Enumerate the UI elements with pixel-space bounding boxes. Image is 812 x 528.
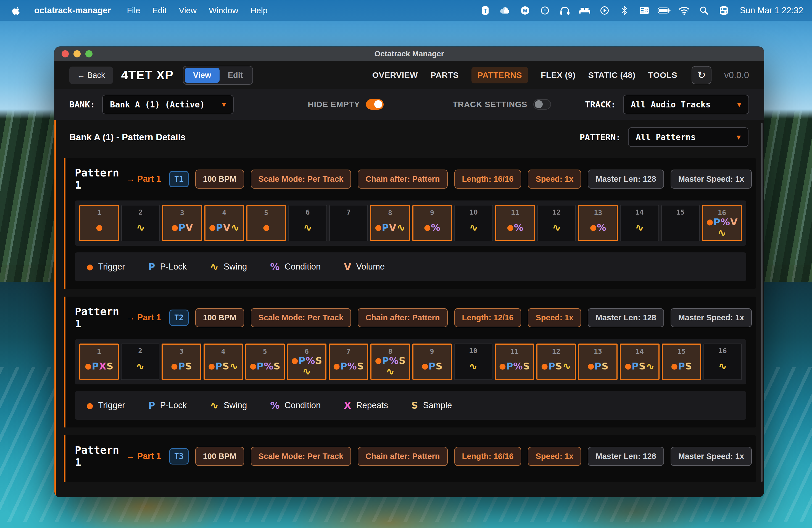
minimize-button[interactable] xyxy=(73,50,81,57)
window-titlebar[interactable]: Octatrack Manager xyxy=(54,47,764,61)
battery-icon[interactable] xyxy=(656,4,672,17)
step-markers: ●P%S∿ xyxy=(372,355,409,379)
dot-marker-icon: ● xyxy=(375,357,381,365)
scrollbar-thumb[interactable] xyxy=(761,123,763,482)
badge-chain-after: Chain after: Pattern xyxy=(358,447,447,466)
pattern-card-header: Pattern 1→ Part 1T3100 BPMScale Mode: Pe… xyxy=(66,435,756,474)
track-settings-toggle[interactable] xyxy=(533,99,551,109)
apple-logo-icon[interactable] xyxy=(9,4,24,17)
zoom-button[interactable] xyxy=(85,50,92,57)
menu-item-app-name[interactable]: octatrack-manager xyxy=(28,5,117,15)
P-marker-icon: P xyxy=(148,261,155,272)
bluetooth-icon[interactable] xyxy=(617,4,632,17)
swing-marker-icon: ∿ xyxy=(469,361,478,371)
badge-speed: Speed: 1x xyxy=(528,170,581,189)
step-cell-16: 16●P%V∿ xyxy=(702,205,742,241)
pct-marker-icon: % xyxy=(597,223,606,232)
step-markers: ●P%V∿ xyxy=(703,217,741,240)
legend-item-swing: ∿Swing xyxy=(210,399,247,411)
menu-item-file[interactable]: File xyxy=(121,6,146,15)
V-marker-icon: V xyxy=(730,218,737,226)
headphones-icon[interactable] xyxy=(557,4,572,17)
step-cell-7: 7 xyxy=(329,205,368,241)
menu-item-edit[interactable]: Edit xyxy=(146,6,173,15)
S-marker-icon: S xyxy=(436,362,443,371)
pct-marker-icon: % xyxy=(513,362,523,371)
svg-text:T: T xyxy=(483,8,487,14)
edit-mode-button[interactable]: Edit xyxy=(220,68,251,83)
pattern-dropdown[interactable]: All Patterns ▼ xyxy=(628,127,749,147)
hide-empty-toggle[interactable] xyxy=(366,99,383,109)
S-marker-icon: S xyxy=(555,362,562,371)
menu-item-help[interactable]: Help xyxy=(244,6,274,15)
time-machine-icon[interactable]: ! xyxy=(537,4,553,17)
swing-marker-icon: ∿ xyxy=(303,223,312,233)
step-cell-8: 8●PV∿ xyxy=(370,205,410,241)
step-markers: ●PXS xyxy=(84,355,114,379)
tab-parts[interactable]: PARTS xyxy=(431,70,459,80)
menu-items: FileEditViewWindowHelp xyxy=(121,6,273,15)
back-button[interactable]: ← Back xyxy=(69,67,113,84)
step-cell-14: 14∿ xyxy=(620,205,659,241)
section-header: Bank A (1) - Pattern Details PATTERN: Al… xyxy=(54,122,764,150)
step-cell-3: 3●PS xyxy=(162,343,201,380)
pattern-part-link[interactable]: → Part 1 xyxy=(126,312,161,323)
step-markers: ●PV xyxy=(170,217,194,240)
pattern-label: PATTERN: xyxy=(580,132,621,142)
menu-item-view[interactable]: View xyxy=(173,6,202,15)
tab-tools[interactable]: TOOLS xyxy=(648,70,677,80)
pattern-part-link[interactable]: → Part 1 xyxy=(126,451,161,461)
toggle-knob xyxy=(535,100,543,108)
step-markers: ●PS∿ xyxy=(540,355,572,379)
tab-static-48[interactable]: STATIC (48) xyxy=(588,70,636,80)
step-cell-13: 13●% xyxy=(578,205,618,241)
badge-length: Length: 12/16 xyxy=(454,308,521,327)
bank-dropdown[interactable]: Bank A (1) (Active) ▼ xyxy=(102,95,234,114)
tab-overview[interactable]: OVERVIEW xyxy=(372,70,418,80)
P-marker-icon: P xyxy=(678,362,685,371)
tab-patterns[interactable]: PATTERNS xyxy=(472,67,528,84)
step-number: 16 xyxy=(718,209,726,217)
refresh-button[interactable]: ↻ xyxy=(692,66,711,84)
t-app-icon[interactable]: T xyxy=(478,4,493,17)
m-app-icon[interactable]: M xyxy=(517,4,533,17)
S-marker-icon: S xyxy=(601,362,608,371)
step-number: 4 xyxy=(222,209,226,217)
wifi-icon[interactable] xyxy=(677,4,692,17)
menu-item-window[interactable]: Window xyxy=(203,6,244,15)
step-number: 16 xyxy=(719,347,727,355)
cloud-icon[interactable] xyxy=(497,4,513,17)
close-button[interactable] xyxy=(62,50,69,57)
keyboard-shortcuts-icon[interactable]: ⌘ xyxy=(637,4,652,17)
legend-item-p-lock: PP-Lock xyxy=(148,400,186,411)
legend-item-repeats: XRepeats xyxy=(344,400,388,411)
badge-chain-after: Chain after: Pattern xyxy=(358,308,447,327)
step-cell-1: 1● xyxy=(79,205,119,241)
step-markers: ●% xyxy=(589,217,608,240)
control-center-icon[interactable] xyxy=(716,4,731,17)
P-marker-icon: P xyxy=(216,223,223,232)
V-marker-icon: V xyxy=(344,261,351,272)
step-cell-2: 2∿ xyxy=(121,205,160,241)
spotlight-icon[interactable] xyxy=(696,4,712,17)
step-number: 10 xyxy=(469,208,478,216)
step-number: 10 xyxy=(469,347,477,355)
P-marker-icon: P xyxy=(506,362,513,371)
pattern-part-link[interactable]: → Part 1 xyxy=(126,174,161,184)
legend-item-sample: SSample xyxy=(411,400,452,411)
track-dropdown[interactable]: All Audio Tracks ▼ xyxy=(623,95,749,114)
legend-label: Swing xyxy=(224,400,247,410)
step-number: 4 xyxy=(221,348,226,355)
step-markers: ●PS xyxy=(420,355,444,379)
P-marker-icon: P xyxy=(178,223,185,232)
bed-icon[interactable] xyxy=(577,4,592,17)
step-number: 9 xyxy=(430,209,434,217)
tab-flex-9[interactable]: FLEX (9) xyxy=(541,70,576,80)
play-circle-icon[interactable] xyxy=(597,4,612,17)
dot-marker-icon: ● xyxy=(291,357,298,365)
menu-bar-clock[interactable]: Sun Mar 1 22:32 xyxy=(740,5,803,15)
step-markers: ∿ xyxy=(717,355,728,379)
dot-marker-icon: ● xyxy=(590,224,597,231)
view-mode-button[interactable]: View xyxy=(185,68,220,83)
dot-marker-icon: ● xyxy=(86,262,93,272)
